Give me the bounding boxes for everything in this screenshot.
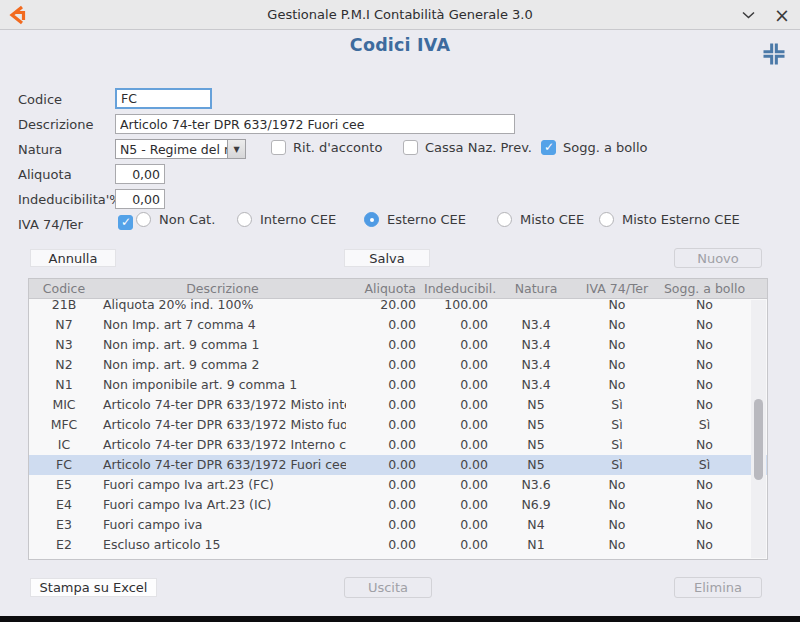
table-cell: No — [658, 435, 751, 455]
table-row[interactable]: N7Non Imp. art 7 comma 40.000.00N3.4NoNo — [29, 315, 767, 335]
table-row[interactable]: MICArticolo 74-ter DPR 633/1972 Misto in… — [29, 395, 767, 415]
table-cell: 0.00 — [346, 315, 424, 335]
table-row[interactable]: N3Non imp. art. 9 comma 10.000.00N3.4NoN… — [29, 335, 767, 355]
table-row[interactable]: 21BAliquota 20% ind. 100%20.00100.00NoNo — [29, 295, 767, 315]
checkbox-checked-icon[interactable] — [541, 140, 556, 155]
table-body: 21BAliquota 20% ind. 100%20.00100.00NoNo… — [29, 295, 767, 555]
table-row[interactable]: E2Escluso articolo 150.000.00N1NoNo — [29, 535, 767, 555]
table-cell: 0.00 — [346, 455, 424, 475]
radio-icon[interactable] — [136, 212, 151, 227]
window-title: Gestionale P.M.I Contabilità Generale 3.… — [0, 7, 800, 22]
natura-select-value: N5 - Regime del marc — [116, 140, 227, 158]
codice-input[interactable] — [115, 88, 212, 109]
nuovo-button[interactable]: Nuovo — [674, 248, 762, 268]
descrizione-input[interactable] — [115, 114, 515, 134]
indeducibilita-input[interactable] — [115, 189, 165, 209]
table-cell: Sì — [576, 415, 658, 435]
table-cell: No — [658, 495, 751, 515]
cassa-naz-label: Cassa Naz. Prev. — [425, 140, 532, 155]
table-cell: 0.00 — [424, 495, 496, 515]
checkbox-icon[interactable] — [271, 140, 286, 155]
table-cell: Non imp. art. 9 comma 2 — [99, 355, 346, 375]
radio-option-label: Esterno CEE — [387, 212, 466, 227]
radio-icon[interactable] — [237, 212, 252, 227]
cassa-naz-checkbox[interactable]: Cassa Naz. Prev. — [403, 140, 532, 155]
window-controls: × — [738, 0, 792, 30]
elimina-button[interactable]: Elimina — [674, 577, 762, 598]
table-cell: N3.4 — [496, 375, 576, 395]
table-row[interactable]: E5Fuori campo Iva art.23 (FC)0.000.00N3.… — [29, 475, 767, 495]
radio-option-non-cat-[interactable]: Non Cat. — [136, 212, 237, 227]
iva74ter-label: IVA 74/Ter — [18, 217, 83, 232]
table-cell: Fuori campo Iva art.23 (FC) — [99, 475, 346, 495]
table-cell: 0.00 — [424, 515, 496, 535]
table-row[interactable]: MFCArticolo 74-ter DPR 633/1972 Misto fu… — [29, 415, 767, 435]
radio-option-interno-cee[interactable]: Interno CEE — [237, 212, 364, 227]
scrollbar-thumb[interactable] — [754, 399, 763, 480]
table-cell: No — [576, 495, 658, 515]
table-cell: MIC — [29, 395, 99, 415]
bottom-edge-bar — [0, 616, 800, 622]
table-cell: No — [576, 475, 658, 495]
radio-icon[interactable] — [497, 212, 512, 227]
table-row[interactable]: ICArticolo 74-ter DPR 633/1972 Interno c… — [29, 435, 767, 455]
compress-corners-icon[interactable] — [760, 40, 788, 68]
stampa-excel-button[interactable]: Stampa su Excel — [30, 578, 157, 597]
table-row[interactable]: FCArticolo 74-ter DPR 633/1972 Fuori cee… — [29, 455, 767, 475]
radio-icon[interactable] — [599, 212, 614, 227]
table-row[interactable]: N1Non imponibile art. 9 comma 10.000.00N… — [29, 375, 767, 395]
checkbox-icon[interactable] — [403, 140, 418, 155]
minimize-icon[interactable] — [738, 4, 758, 26]
table-row[interactable]: E3Fuori campo iva0.000.00N4NoNo — [29, 515, 767, 535]
radio-option-label: Misto CEE — [520, 212, 584, 227]
radio-option-misto-esterno-cee[interactable]: Misto Esterno CEE — [599, 212, 740, 227]
table-cell: 0.00 — [424, 455, 496, 475]
table-cell: N5 — [496, 435, 576, 455]
radio-selected-icon[interactable] — [364, 212, 379, 227]
table-cell — [496, 295, 576, 315]
iva74ter-checkbox[interactable] — [118, 215, 133, 230]
table-cell: 0.00 — [424, 355, 496, 375]
table-cell: N7 — [29, 315, 99, 335]
radio-option-misto-cee[interactable]: Misto CEE — [497, 212, 599, 227]
table-cell: N5 — [496, 415, 576, 435]
iva-codes-table: Codice Descrizione Aliquota Indeducibil.… — [28, 278, 768, 560]
table-row[interactable]: N2Non imp. art. 9 comma 20.000.00N3.4NoN… — [29, 355, 767, 375]
radio-option-esterno-cee[interactable]: Esterno CEE — [364, 212, 497, 227]
table-cell: 0.00 — [424, 375, 496, 395]
table-cell: 0.00 — [424, 535, 496, 555]
table-cell: MFC — [29, 415, 99, 435]
table-cell: Articolo 74-ter DPR 633/1972 Misto fuori… — [99, 415, 346, 435]
table-cell: N3.4 — [496, 335, 576, 355]
table-row[interactable]: E4Fuori campo Iva Art.23 (IC)0.000.00N6.… — [29, 495, 767, 515]
table-cell: N4 — [496, 515, 576, 535]
table-cell: Sì — [576, 455, 658, 475]
aliquota-input[interactable] — [115, 164, 165, 184]
table-cell: E2 — [29, 535, 99, 555]
app-window: Gestionale P.M.I Contabilità Generale 3.… — [0, 0, 800, 622]
natura-select[interactable]: N5 - Regime del marc ▼ — [115, 139, 246, 159]
table-cell: 20.00 — [346, 295, 424, 315]
radio-option-label: Misto Esterno CEE — [622, 212, 740, 227]
table-cell: No — [576, 515, 658, 535]
rit-acconto-label: Rit. d'acconto — [293, 140, 382, 155]
descrizione-label: Descrizione — [18, 117, 94, 132]
table-cell: No — [576, 375, 658, 395]
close-icon[interactable]: × — [772, 4, 792, 26]
table-cell: No — [658, 395, 751, 415]
table-cell: IC — [29, 435, 99, 455]
sogg-bollo-checkbox[interactable]: Sogg. a bollo — [541, 140, 647, 155]
table-cell: 0.00 — [346, 535, 424, 555]
annulla-button[interactable]: Annulla — [30, 249, 116, 267]
vertical-scrollbar[interactable] — [751, 300, 766, 558]
table-cell: No — [658, 295, 751, 315]
table-cell: N2 — [29, 355, 99, 375]
uscita-button[interactable]: Uscita — [344, 577, 432, 598]
salva-button[interactable]: Salva — [344, 249, 430, 267]
table-cell: No — [658, 335, 751, 355]
table-cell: 0.00 — [346, 395, 424, 415]
rit-acconto-checkbox[interactable]: Rit. d'acconto — [271, 140, 382, 155]
table-cell: Escluso articolo 15 — [99, 535, 346, 555]
dropdown-arrow-icon[interactable]: ▼ — [227, 140, 245, 158]
table-cell: E5 — [29, 475, 99, 495]
